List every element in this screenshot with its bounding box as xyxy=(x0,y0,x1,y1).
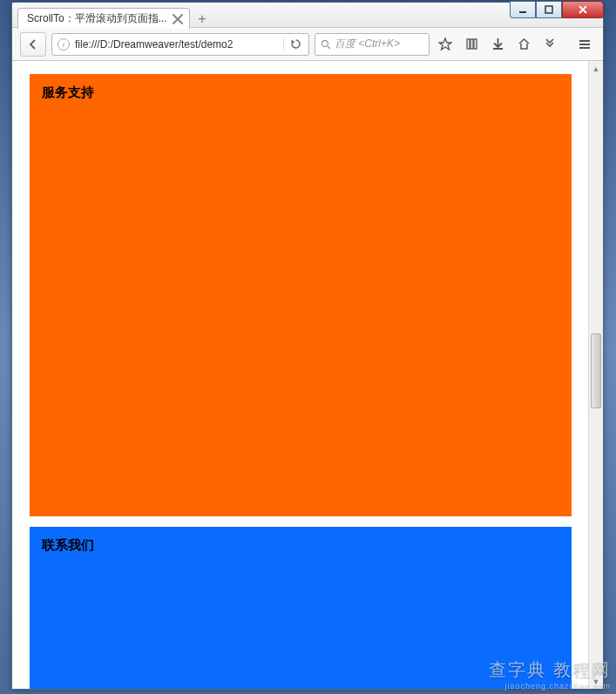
viewport: 服务支持 联系我们 ▲ ▼ xyxy=(12,61,603,689)
svg-rect-0 xyxy=(519,11,526,13)
vertical-scrollbar[interactable]: ▲ ▼ xyxy=(588,61,603,689)
section-contact: 联系我们 xyxy=(30,527,572,689)
svg-point-2 xyxy=(322,40,328,46)
scroll-thumb[interactable] xyxy=(591,334,601,408)
browser-window: ScrollTo：平滑滚动到页面指... + i file:/// xyxy=(11,2,604,690)
tab-strip: ScrollTo：平滑滚动到页面指... + xyxy=(17,7,214,29)
titlebar: ScrollTo：平滑滚动到页面指... + xyxy=(12,3,603,28)
toolbar: i file:///D:/Dreamweaver/test/demo2 百度 <… xyxy=(12,28,603,61)
minimize-button[interactable] xyxy=(510,1,536,18)
address-bar[interactable]: i file:///D:/Dreamweaver/test/demo2 xyxy=(51,33,309,56)
section-heading: 服务支持 xyxy=(42,84,94,99)
back-button[interactable] xyxy=(20,32,46,57)
close-icon[interactable] xyxy=(172,13,184,25)
reload-icon[interactable] xyxy=(288,38,303,50)
svg-rect-4 xyxy=(467,39,470,49)
svg-line-3 xyxy=(328,46,330,49)
section-services: 服务支持 xyxy=(30,74,572,516)
page-content[interactable]: 服务支持 联系我们 xyxy=(12,61,589,689)
scroll-track[interactable] xyxy=(589,76,603,674)
hamburger-menu-icon[interactable] xyxy=(574,34,595,55)
tab-active[interactable]: ScrollTo：平滑滚动到页面指... xyxy=(17,8,190,29)
bookmark-star-icon[interactable] xyxy=(435,34,456,55)
search-box[interactable]: 百度 <Ctrl+K> xyxy=(315,33,430,56)
home-icon[interactable] xyxy=(513,34,534,55)
scroll-down-button[interactable]: ▼ xyxy=(589,674,603,689)
close-button[interactable] xyxy=(562,1,604,18)
download-icon[interactable] xyxy=(487,34,508,55)
section-heading: 联系我们 xyxy=(42,537,94,552)
separator xyxy=(283,37,284,51)
tab-title: ScrollTo：平滑滚动到页面指... xyxy=(27,11,167,26)
search-placeholder: 百度 <Ctrl+K> xyxy=(335,37,400,51)
window-controls xyxy=(510,1,604,18)
svg-rect-6 xyxy=(474,39,477,49)
library-icon[interactable] xyxy=(461,34,482,55)
search-icon xyxy=(321,39,331,50)
new-tab-button[interactable]: + xyxy=(190,10,214,29)
info-icon[interactable]: i xyxy=(58,38,70,51)
url-text: file:///D:/Dreamweaver/test/demo2 xyxy=(75,38,280,51)
svg-rect-5 xyxy=(470,39,473,49)
svg-rect-1 xyxy=(545,6,552,13)
maximize-button[interactable] xyxy=(536,1,562,18)
overflow-icon[interactable] xyxy=(539,34,560,55)
scroll-up-button[interactable]: ▲ xyxy=(589,61,603,76)
